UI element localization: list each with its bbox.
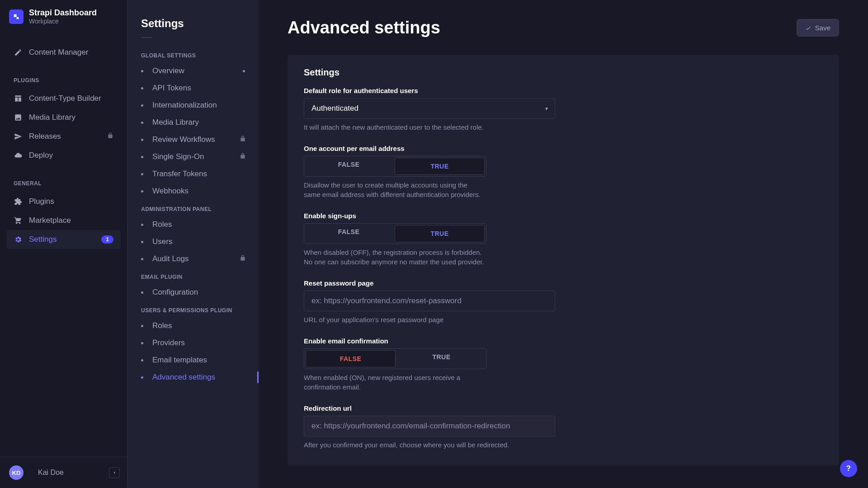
field-redirection-url: Redirection url After you confirmed your…: [304, 404, 557, 450]
field-label: One account per email address: [304, 145, 557, 152]
help-text: When disabled (OFF), the registration pr…: [304, 248, 489, 267]
subnav-overview[interactable]: Overview: [127, 62, 259, 80]
lock-icon: [240, 152, 246, 161]
subnav-label: API Tokens: [152, 84, 191, 93]
settings-card: Settings Default role for authenticated …: [288, 55, 839, 466]
subnav-api-tokens[interactable]: API Tokens: [127, 80, 259, 97]
nav-label: Marketplace: [29, 216, 71, 225]
redirection-url-input[interactable]: [304, 416, 555, 436]
default-role-select[interactable]: Authenticated: [304, 98, 555, 119]
toggle-false[interactable]: FALSE: [306, 350, 396, 367]
subnav-label: Advanced settings: [152, 373, 215, 382]
subnav-label: Webhooks: [152, 187, 189, 196]
subnav-label: Single Sign-On: [152, 152, 204, 161]
page-title: Advanced settings: [288, 18, 440, 38]
field-reset-password-page: Reset password page URL of your applicat…: [304, 279, 557, 324]
image-icon: [14, 113, 23, 122]
sidebar-footer: KD Kai Doe: [0, 457, 127, 488]
subnav-audit-logs[interactable]: Audit Logs: [127, 250, 259, 267]
main-header: Advanced settings Save: [288, 18, 839, 38]
app-logo-section: Strapi Dashboard Workplace: [0, 0, 127, 33]
divider: [141, 37, 152, 38]
notification-dot: [243, 70, 245, 72]
subnav-internationalization[interactable]: Internationalization: [127, 97, 259, 114]
check-icon: [805, 25, 811, 31]
subnav-label: Providers: [152, 338, 185, 347]
user-avatar[interactable]: KD: [9, 465, 24, 480]
nav-label: Content Manager: [29, 48, 88, 57]
subnav-section-header: GLOBAL SETTINGS: [127, 46, 259, 62]
nav-header-plugins: PLUGINS: [6, 74, 121, 89]
subnav-admin-roles[interactable]: Roles: [127, 216, 259, 233]
save-button[interactable]: Save: [797, 19, 839, 37]
toggle-false[interactable]: FALSE: [304, 156, 393, 176]
subnav-admin-users[interactable]: Users: [127, 233, 259, 250]
subnav-label: Users: [152, 237, 172, 246]
toggle-true[interactable]: TRUE: [395, 225, 485, 242]
toggle-true[interactable]: TRUE: [397, 349, 486, 369]
field-one-account: One account per email address FALSE TRUE…: [304, 145, 557, 199]
reset-password-input[interactable]: [304, 291, 555, 311]
subnav-section-header: USERS & PERMISSIONS PLUGIN: [127, 301, 259, 317]
help-text: Disallow the user to create multiple acc…: [304, 180, 485, 199]
toggle-true[interactable]: TRUE: [395, 158, 485, 175]
nav-header-general: GENERAL: [6, 177, 121, 192]
cart-icon: [14, 216, 23, 225]
layout-icon: [14, 94, 23, 103]
nav-releases[interactable]: Releases: [6, 127, 121, 146]
field-label: Reset password page: [304, 279, 557, 287]
app-subtitle: Workplace: [29, 18, 97, 25]
collapse-sidebar-button[interactable]: [109, 467, 120, 478]
help-text: It will attach the new authenticated use…: [304, 122, 557, 132]
subnav-up-email-templates[interactable]: Email templates: [127, 352, 259, 369]
subnav-label: Email templates: [152, 356, 207, 365]
subnav-label: Roles: [152, 321, 172, 330]
subnav-label: Transfer Tokens: [152, 169, 207, 178]
help-text: When enabled (ON), new registered users …: [304, 373, 467, 392]
nav-content-type-builder[interactable]: Content-Type Builder: [6, 89, 121, 108]
app-title: Strapi Dashboard: [29, 8, 97, 18]
subnav-up-providers[interactable]: Providers: [127, 334, 259, 352]
field-label: Default role for authenticated users: [304, 87, 557, 94]
toggle-signups: FALSE TRUE: [304, 223, 486, 244]
subnav-media-library[interactable]: Media Library: [127, 114, 259, 131]
cloud-icon: [14, 151, 23, 160]
nav-label: Content-Type Builder: [29, 94, 101, 103]
toggle-false[interactable]: FALSE: [304, 224, 393, 244]
toggle-email-confirm: FALSE TRUE: [304, 348, 486, 369]
main-content: Advanced settings Save Settings Default …: [259, 0, 868, 488]
subnav-transfer-tokens[interactable]: Transfer Tokens: [127, 165, 259, 183]
subnav-single-sign-on[interactable]: Single Sign-On: [127, 148, 259, 165]
subnav-label: Roles: [152, 220, 172, 229]
subnav-review-workflows[interactable]: Review Workflows: [127, 131, 259, 148]
nav-marketplace[interactable]: Marketplace: [6, 211, 121, 230]
toggle-one-account: FALSE TRUE: [304, 156, 486, 177]
lock-icon: [107, 132, 113, 141]
lock-icon: [240, 254, 246, 263]
nav-label: Releases: [29, 132, 61, 141]
chevron-down-icon: ▼: [544, 106, 549, 111]
help-text: URL of your application's reset password…: [304, 315, 557, 324]
subnav-label: Media Library: [152, 118, 199, 127]
app-logo-icon: [9, 9, 24, 24]
subnav-label: Overview: [152, 66, 184, 75]
subnav-title: Settings: [127, 11, 259, 34]
settings-badge: 1: [101, 235, 113, 244]
subnav-up-roles[interactable]: Roles: [127, 317, 259, 334]
subnav-webhooks[interactable]: Webhooks: [127, 183, 259, 200]
nav-label: Settings: [29, 235, 57, 244]
field-label: Redirection url: [304, 404, 557, 412]
nav-deploy[interactable]: Deploy: [6, 146, 121, 165]
subnav-label: Audit Logs: [152, 254, 189, 263]
paper-plane-icon: [14, 132, 23, 141]
nav-media-library[interactable]: Media Library: [6, 108, 121, 127]
nav-plugins[interactable]: Plugins: [6, 192, 121, 211]
subnav-email-configuration[interactable]: Configuration: [127, 284, 259, 301]
subnav-up-advanced-settings[interactable]: Advanced settings: [127, 369, 259, 386]
help-button[interactable]: ?: [840, 460, 857, 477]
nav-settings[interactable]: Settings 1: [6, 230, 121, 249]
field-label: Enable email confirmation: [304, 337, 557, 345]
nav-content-manager[interactable]: Content Manager: [6, 43, 121, 62]
lock-icon: [240, 135, 246, 144]
user-name: Kai Doe: [38, 469, 64, 477]
